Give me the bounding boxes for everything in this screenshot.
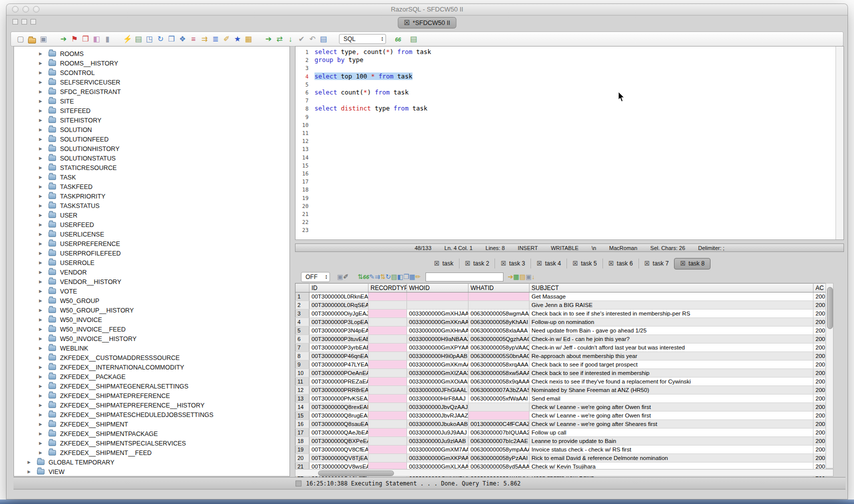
cell-ac[interactable]: 200 [814, 420, 826, 428]
tree-item-userpreference[interactable]: ▶USERPREFERENCE [14, 239, 290, 248]
combo-stepper-icon[interactable]: ▴▾ [322, 274, 327, 280]
row-number-cell[interactable]: 12 [296, 386, 310, 394]
tree-item-site[interactable]: ▶SITE [14, 96, 290, 106]
tree-item-zkfedex__package[interactable]: ▶ZKFEDEX__PACKAGE [14, 372, 290, 382]
limit-combo[interactable]: OFF ▴▾ [301, 272, 330, 282]
cell-whatid[interactable]: 00630000005QgzhAAC [468, 335, 530, 344]
result-tab-task-8[interactable]: ☒task 8 [674, 258, 710, 270]
cell-whatid[interactable] [468, 301, 530, 310]
sql-code-area[interactable]: select type, count(*) from taskgroup by … [311, 46, 836, 240]
tree-item-vote[interactable]: ▶VOTE [14, 286, 290, 296]
history-book-icon[interactable]: ❒ [166, 34, 177, 44]
code-line[interactable] [314, 153, 836, 161]
tree-item-solutionstatus[interactable]: ▶SOLUTIONSTATUS [14, 154, 290, 163]
cell-ac[interactable]: 200 [814, 412, 826, 420]
cell-recordtypeid[interactable] [368, 344, 407, 352]
cell-id[interactable]: 00T3000000Q8sauEAB [310, 420, 368, 428]
sql-editor[interactable]: 1234567891011121314151617181920212223 se… [295, 46, 844, 240]
cell-whoid[interactable]: 0033000000GmXKPAA3 [407, 454, 468, 462]
code-line[interactable]: select count(*) from task [314, 88, 836, 96]
cell-whatid[interactable]: 00630000007bIQUAA2 [468, 428, 530, 437]
code-line[interactable] [314, 113, 836, 121]
row-number-cell[interactable]: 11 [296, 378, 310, 386]
cell-whatid[interactable]: 006300000058wgmAAA [468, 310, 530, 318]
cell-subject[interactable]: Follow-up on nomination [530, 318, 814, 326]
code-line[interactable]: select type, count(*) from task [314, 48, 836, 56]
expand-triangle-icon[interactable]: ▶ [39, 422, 44, 426]
cell-id[interactable]: 00T3000000P3tuvEAB [310, 335, 368, 344]
tree-item-zkfedex__shipmategeneralsettings[interactable]: ▶ZKFEDEX__SHIPMATEGENERALSETTINGS [14, 382, 290, 391]
frame-close-icon[interactable] [12, 19, 18, 24]
export-grid-icon[interactable]: ▦ [513, 273, 519, 280]
cell-recordtypeid[interactable] [368, 403, 407, 412]
code-line[interactable]: group by type [314, 56, 836, 64]
expand-triangle-icon[interactable]: ▶ [39, 61, 44, 66]
database-icon[interactable]: ▮ [102, 34, 113, 44]
rollback-icon[interactable]: ↶ [307, 34, 318, 44]
expand-triangle-icon[interactable]: ▶ [39, 128, 44, 132]
edit-sql-icon[interactable]: ✐ [221, 34, 232, 44]
code-line[interactable] [314, 194, 836, 202]
cell-recordtypeid[interactable] [368, 318, 407, 326]
edit-row-icon[interactable]: ✎ [369, 273, 374, 280]
cell-subject[interactable]: Need update from Bain - gave go ahead 1/… [530, 326, 814, 335]
tree-item-weblink[interactable]: ▶WEBLINK [14, 344, 290, 353]
code-line[interactable]: select top 100 * from task [314, 72, 836, 80]
column-header-whoid[interactable]: WHOID [407, 284, 468, 292]
cell-subject[interactable]: Check w/ Leanne - we're going after Owen… [530, 403, 814, 412]
tree-item-userlicense[interactable]: ▶USERLICENSE [14, 230, 290, 239]
cell-recordtypeid[interactable] [368, 326, 407, 335]
result-tab-task-3[interactable]: ☒task 3 [494, 258, 530, 268]
vertical-scroll-thumb[interactable] [827, 287, 833, 329]
cell-id[interactable]: 00T3000000QBXPeEAP [310, 437, 368, 446]
cell-ac[interactable]: 200 [814, 335, 826, 344]
tree-item-userprofilefeed[interactable]: ▶USERPROFILEFEED [14, 248, 290, 258]
cell-whatid[interactable]: 00630000005xfWaAAI [468, 394, 530, 403]
report-clipboard-icon[interactable]: ▤ [520, 273, 526, 280]
expand-triangle-icon[interactable]: ▶ [28, 460, 32, 464]
expand-triangle-icon[interactable]: ▶ [39, 450, 44, 455]
cell-whatid[interactable]: 006300000058yPzAAI [468, 454, 530, 462]
code-line[interactable] [314, 121, 836, 129]
tab-close-icon[interactable]: ☒ [434, 260, 440, 267]
disconnect-icon[interactable]: ⚑ [69, 34, 80, 44]
cell-recordtypeid[interactable] [368, 310, 407, 318]
describe-66-icon[interactable]: 66 [395, 36, 401, 42]
column-header-recordtypeid[interactable]: RECORDTYPEID [368, 284, 407, 292]
row-number-cell[interactable]: 16 [296, 420, 310, 428]
tree-item-zkfedex__shipmatepreference__history[interactable]: ▶ZKFEDEX__SHIPMATEPREFERENCE__HISTORY [14, 400, 290, 410]
expand-triangle-icon[interactable]: ▶ [39, 80, 44, 84]
cell-ac[interactable]: 200 [814, 352, 826, 360]
new-database-icon[interactable]: ◧ [91, 34, 102, 44]
tab-close-icon[interactable]: ☒ [536, 260, 542, 267]
row-number-cell[interactable]: 1 [296, 292, 310, 301]
cell-whatid[interactable]: 006300000058xrqAAA [468, 360, 530, 369]
expand-triangle-icon[interactable]: ▶ [39, 194, 44, 198]
expand-triangle-icon[interactable]: ▶ [39, 270, 44, 274]
cell-subject[interactable]: Give Jenn a BIG RAISE [530, 301, 814, 310]
expand-triangle-icon[interactable]: ▶ [39, 242, 44, 246]
expand-triangle-icon[interactable]: ▶ [39, 251, 44, 256]
open-file-icon[interactable] [28, 38, 36, 44]
expand-triangle-icon[interactable]: ▶ [39, 166, 44, 170]
cell-whoid[interactable]: 0033000000GmXKmAAN [407, 360, 468, 369]
code-line[interactable] [314, 80, 836, 88]
cell-subject[interactable]: Check back in to see if she's interested… [530, 310, 814, 318]
cell-whoid[interactable]: 0033000000Ju9J9AAJ [407, 428, 468, 437]
column-header-id[interactable]: ID [310, 284, 368, 292]
expand-triangle-icon[interactable]: ▶ [39, 318, 44, 322]
sql-mode-combo[interactable]: SQL ▴▾ [339, 34, 386, 44]
cell-subject[interactable]: Check-in w/ Ed - can he join this year? [530, 335, 814, 344]
expand-triangle-icon[interactable]: ▶ [39, 432, 44, 436]
tree-item-zkfedex__shipmentpackage[interactable]: ▶ZKFEDEX__SHIPMENTPACKAGE [14, 429, 290, 438]
edit-options-icon[interactable]: ▤ [133, 34, 144, 44]
expand-triangle-icon[interactable]: ▶ [39, 175, 44, 180]
expand-triangle-icon[interactable]: ▶ [39, 308, 44, 312]
cell-whatid[interactable]: 006300000058x9qAAA [468, 378, 530, 386]
cell-id[interactable]: 00T3000000QV8TjEAL [310, 454, 368, 462]
expand-triangle-icon[interactable]: ▶ [39, 394, 44, 398]
cell-whatid[interactable] [468, 403, 530, 412]
tree-item-zkfedex__customaddresssource[interactable]: ▶ZKFEDEX__CUSTOMADDRESSSOURCE [14, 353, 290, 362]
tree-item-taskpriority[interactable]: ▶TASKPRIORITY [14, 192, 290, 201]
expand-triangle-icon[interactable]: ▶ [39, 260, 44, 265]
